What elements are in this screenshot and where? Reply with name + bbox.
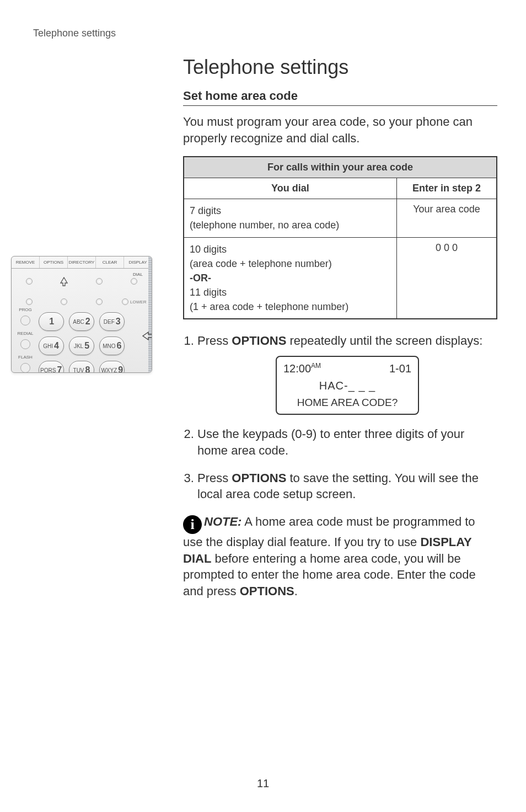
keyword-options: OPTIONS (240, 584, 294, 598)
keypad-key-6: MNO6 (99, 336, 125, 355)
keypad-num-row-1: 1 ABC2 DEF3 (36, 309, 152, 334)
table-cell-line: 7 digits (190, 204, 391, 218)
led-icon (96, 278, 103, 285)
table-row: 7 digits (telephone number, no area code… (184, 199, 497, 237)
step-1: Press OPTIONS repeatedly until the scree… (197, 333, 497, 415)
led-icon (26, 298, 33, 305)
keypad-side-labels: PROG REDIAL FLASH (15, 306, 36, 373)
table-cell-line: 10 digits (190, 242, 391, 257)
table-cell-line: (telephone number, no area code) (190, 218, 391, 232)
info-icon: i (183, 515, 202, 534)
keypad-num-row-2: GHI4 JKL5 MNO6 (36, 334, 152, 358)
keypad-side-texture (148, 257, 152, 372)
left-arrow-callout-icon (142, 330, 152, 341)
step-text: Press (197, 471, 232, 485)
step-text: repeatedly until the screen displays: (286, 334, 482, 348)
side-label-redial: REDIAL (15, 331, 36, 336)
keypad-tab-options: OPTIONS (40, 257, 68, 268)
keypad-tab-clear: CLEAR (96, 257, 124, 268)
side-button (20, 363, 30, 373)
breadcrumb: Telephone settings (33, 28, 493, 39)
content-column: Telephone settings Set home area code Yo… (183, 56, 497, 600)
up-arrow-icon (59, 276, 69, 286)
step-2: Use the keypads (0-9) to enter three dig… (197, 426, 497, 458)
note-text: . (294, 584, 298, 598)
lower-label: LOWER (130, 300, 146, 304)
keypad-tab-display-dial: DISPLAY DIAL (124, 257, 152, 268)
led-icon (96, 298, 103, 305)
intro-paragraph: You must program your area code, so your… (183, 114, 497, 146)
keypad-key-7: PQRS7 (39, 361, 64, 373)
table-subheader-row: You dial Enter in step 2 (184, 178, 497, 199)
lcd-row-3: HOME AREA CODE? (283, 396, 411, 410)
table-cell-line: (1 + area code + telephone number) (190, 300, 391, 314)
keypad-num-row-3: PQRS7 TUV8 WXYZ9 (36, 358, 152, 373)
lcd-display: 12:00AM 1-01 HAC-_ _ _ HOME AREA CODE? (276, 356, 419, 415)
keypad-key-3: DEF3 (99, 312, 125, 331)
lcd-ampm: AM (311, 362, 321, 370)
page-title: Telephone settings (183, 56, 497, 79)
page-number: 11 (0, 777, 526, 790)
led-icon (61, 298, 67, 305)
table-row: 10 digits (area code + telephone number)… (184, 237, 497, 319)
lcd-row-1: 12:00AM 1-01 (283, 361, 411, 376)
step-text: Press (197, 334, 232, 348)
keypad-body: REMOVE OPTIONS DIRECTORY CLEAR DISPLAY D… (11, 256, 152, 373)
table-cell-dial: 7 digits (telephone number, no area code… (184, 199, 396, 237)
table-cell-dial: 10 digits (area code + telephone number)… (184, 237, 396, 319)
keypad-key-4: GHI4 (39, 336, 64, 355)
keypad-key-5: JKL5 (69, 336, 94, 355)
page: Telephone settings REMOVE OPTIONS DIRECT… (0, 0, 526, 812)
table-col-enter-step-2: Enter in step 2 (396, 178, 497, 199)
step-3: Press OPTIONS to save the setting. You w… (197, 470, 497, 503)
note-label: NOTE: (204, 515, 241, 528)
side-button (20, 316, 30, 325)
table-cell-line: 11 digits (190, 285, 391, 300)
side-button (20, 339, 30, 349)
keypad-illustration: REMOVE OPTIONS DIRECTORY CLEAR DISPLAY D… (11, 256, 157, 377)
section-heading: Set home area code (183, 89, 497, 106)
led-icon (122, 298, 128, 305)
table-cell-enter: Your area code (396, 199, 497, 237)
led-icon (131, 278, 137, 285)
area-code-table: For calls within your area code You dial… (183, 156, 497, 319)
keyword-options: OPTIONS (232, 471, 286, 485)
keypad-tab-remove: REMOVE (12, 257, 40, 268)
table-cell-line: (area code + telephone number) (190, 257, 391, 271)
table-col-you-dial: You dial (184, 178, 396, 199)
keypad-led-row-1 (12, 269, 152, 294)
side-label-prog: PROG (15, 307, 36, 312)
lcd-date: 1-01 (389, 361, 411, 376)
table-cell-or: -OR- (190, 271, 391, 285)
side-label-flash: FLASH (15, 355, 36, 360)
led-icon (26, 278, 33, 285)
table-cell-enter: 0 0 0 (396, 237, 497, 319)
keypad-key-8: TUV8 (69, 361, 94, 373)
keypad-tab-directory: DIRECTORY (68, 257, 96, 268)
table-caption: For calls within your area code (184, 157, 497, 178)
table-header-row: For calls within your area code (184, 157, 497, 178)
keyword-options: OPTIONS (232, 334, 286, 348)
lcd-row-2: HAC-_ _ _ (283, 378, 411, 393)
keypad-key-1: 1 (39, 312, 64, 331)
keypad-key-2: ABC2 (69, 312, 94, 331)
note-paragraph: iNOTE: A home area code must be programm… (183, 514, 497, 600)
lcd-time: 12:00AM (283, 361, 321, 376)
keypad-tabs: REMOVE OPTIONS DIRECTORY CLEAR DISPLAY D… (12, 257, 152, 269)
steps-list: Press OPTIONS repeatedly until the scree… (183, 333, 497, 503)
note-text: before entering a home area code, you wi… (183, 552, 476, 598)
keypad-key-9: WXYZ9 (99, 361, 125, 373)
